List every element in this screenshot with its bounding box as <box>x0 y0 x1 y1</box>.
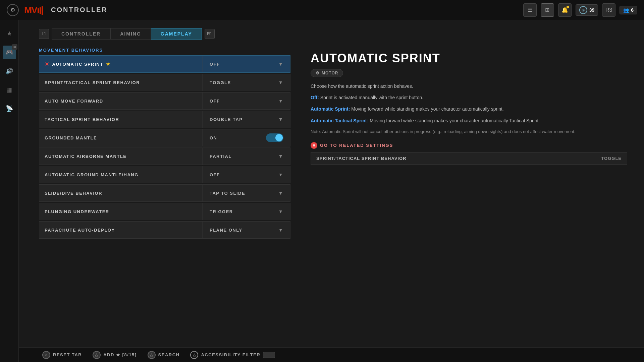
setting-row-auto-airborne[interactable]: AUTOMATIC AIRBORNE MANTLE PARTIAL ▼ <box>39 147 290 165</box>
setting-value-auto-move-forward: OFF ▼ <box>203 98 290 104</box>
content-area: MOVEMENT BEHAVIORS ✕ AUTOMATIC SPRINT ★ … <box>19 45 644 347</box>
sidebar-item-controller[interactable]: 🎮 ⊞ <box>3 46 16 59</box>
tabs-bar: L1 CONTROLLER AIMING GAMEPLAY R1 <box>19 20 644 45</box>
section-title: MOVEMENT BEHAVIORS <box>39 48 103 53</box>
related-row-name: SPRINT/TACTICAL SPRINT BEHAVIOR <box>316 156 407 161</box>
toggle-knob <box>275 134 283 141</box>
rank-badge: ◎ 39 <box>576 4 598 16</box>
setting-value-automatic-sprint: OFF ▼ <box>203 61 290 67</box>
sidebar-item-audio[interactable]: 🔊 <box>3 64 16 78</box>
setting-name-slide-dive: SLIDE/DIVE BEHAVIOR <box>39 191 203 196</box>
related-btn-icon: R <box>311 142 317 149</box>
accessibility-action[interactable]: △ ACCESSIBILITY FILTER <box>190 351 275 359</box>
add-action[interactable]: △ ADD ★ [8/15] <box>93 351 137 359</box>
tab-gameplay[interactable]: GAMEPLAY <box>151 28 202 40</box>
setting-value-sprint-tactical: TOGGLE ▼ <box>203 80 290 85</box>
notification-dot <box>567 6 569 8</box>
related-settings: R GO TO RELATED SETTINGS SPRINT/TACTICAL… <box>311 142 627 165</box>
setting-name-plunging: PLUNGING UNDERWATER <box>39 209 203 214</box>
search-btn-icon: △ <box>148 351 156 359</box>
sidebar-item-network[interactable]: 📡 <box>3 102 16 115</box>
setting-value-slide-dive: TAP TO SLIDE ▼ <box>203 190 290 196</box>
topbar-notification-icon[interactable]: 🔔 <box>558 3 572 17</box>
setting-value-auto-ground: OFF ▼ <box>203 172 290 177</box>
dropdown-arrow: ▼ <box>278 227 283 233</box>
setting-name-automatic-sprint: ✕ AUTOMATIC SPRINT ★ <box>39 61 203 67</box>
logo: MV <box>24 5 43 15</box>
related-row-value: TOGGLE <box>601 156 622 161</box>
section-header: MOVEMENT BEHAVIORS <box>39 45 290 53</box>
accessibility-btn-icon: △ <box>190 351 198 359</box>
sidebar-item-display[interactable]: ▦ <box>3 83 16 97</box>
reset-tab-action[interactable]: ○ RESET TAB <box>42 351 82 359</box>
dropdown-arrow: ▼ <box>278 209 283 214</box>
accessibility-toggle[interactable] <box>263 352 275 358</box>
dropdown-arrow: ▼ <box>278 98 283 104</box>
setting-value-auto-airborne: PARTIAL ▼ <box>203 154 290 159</box>
info-badge: ⚙ MOTOR <box>311 69 343 77</box>
setting-name-tactical-sprint: TACTICAL SPRINT BEHAVIOR <box>39 117 203 122</box>
setting-row-auto-ground[interactable]: AUTOMATIC GROUND MANTLE/HANG OFF ▼ <box>39 166 290 183</box>
info-description-auto: Automatic Sprint: Moving forward while s… <box>311 105 627 113</box>
setting-name-grounded-mantle: GROUNDED MANTLE <box>39 135 203 140</box>
setting-name-auto-airborne: AUTOMATIC AIRBORNE MANTLE <box>39 154 203 159</box>
r3-badge[interactable]: R3 <box>602 3 615 17</box>
setting-value-plunging: TRIGGER ▼ <box>203 209 290 214</box>
setting-row-grounded-mantle[interactable]: GROUNDED MANTLE ON <box>39 129 290 146</box>
tab-controller[interactable]: CONTROLLER <box>52 28 110 40</box>
toggle-switch-grounded-mantle[interactable] <box>266 133 283 142</box>
setting-row-plunging[interactable]: PLUNGING UNDERWATER TRIGGER ▼ <box>39 203 290 220</box>
setting-name-sprint-tactical: SPRINT/TACTICAL SPRINT BEHAVIOR <box>39 80 203 85</box>
topbar-right: ☰ ⊞ 🔔 ◎ 39 R3 👥 6 <box>523 3 637 17</box>
tab-aiming[interactable]: AIMING <box>110 28 151 40</box>
search-action[interactable]: △ SEARCH <box>148 351 180 359</box>
setting-value-tactical-sprint: DOUBLE TAP ▼ <box>203 117 290 122</box>
setting-name-auto-move-forward: AUTO MOVE FORWARD <box>39 99 203 104</box>
setting-row-auto-move-forward[interactable]: AUTO MOVE FORWARD OFF ▼ <box>39 92 290 110</box>
info-panel: AUTOMATIC SPRINT ⚙ MOTOR Choose how the … <box>307 45 634 347</box>
rank-number: 39 <box>589 7 595 13</box>
settings-icon[interactable]: ⚙ <box>7 4 19 16</box>
bottom-bar: ○ RESET TAB △ ADD ★ [8/15] △ SEARCH △ AC… <box>19 347 644 362</box>
setting-row-sprint-tactical[interactable]: SPRINT/TACTICAL SPRINT BEHAVIOR TOGGLE ▼ <box>39 74 290 91</box>
dropdown-arrow: ▼ <box>278 172 283 177</box>
info-description-tactical: Automatic Tactical Sprint: Moving forwar… <box>311 117 627 124</box>
dropdown-arrow: ▼ <box>278 154 283 159</box>
dropdown-arrow: ▼ <box>278 80 283 85</box>
sidebar-item-star[interactable]: ★ <box>3 27 16 40</box>
section-line <box>108 50 290 50</box>
info-title: AUTOMATIC SPRINT <box>311 52 627 65</box>
dropdown-arrow: ▼ <box>278 190 283 196</box>
setting-name-auto-ground: AUTOMATIC GROUND MANTLE/HANG <box>39 172 203 177</box>
tab-prev-button[interactable]: L1 <box>39 29 49 39</box>
settings-panel: MOVEMENT BEHAVIORS ✕ AUTOMATIC SPRINT ★ … <box>39 45 294 347</box>
tab-next-button[interactable]: R1 <box>205 29 215 39</box>
info-note: Note: Automatic Sprint will not cancel o… <box>311 128 627 135</box>
player-icon[interactable]: 👥 6 <box>620 6 637 14</box>
setting-row-slide-dive[interactable]: SLIDE/DIVE BEHAVIOR TAP TO SLIDE ▼ <box>39 184 290 202</box>
sidebar: ★ 🎮 ⊞ 🔊 ▦ 📡 <box>0 20 19 362</box>
close-icon: ✕ <box>45 61 50 67</box>
info-description-off: Off: Sprint is activated manually with t… <box>311 94 627 101</box>
setting-value-parachute: PLANE ONLY ▼ <box>203 227 290 233</box>
setting-row-tactical-sprint[interactable]: TACTICAL SPRINT BEHAVIOR DOUBLE TAP ▼ <box>39 111 290 128</box>
star-icon: ★ <box>106 61 111 67</box>
dropdown-arrow: ▼ <box>278 117 283 122</box>
topbar: ⚙ MV CONTROLLER ☰ ⊞ 🔔 ◎ 39 R3 👥 6 <box>0 0 644 20</box>
topbar-title: CONTROLLER <box>51 6 108 14</box>
setting-row-automatic-sprint[interactable]: ✕ AUTOMATIC SPRINT ★ OFF ▼ <box>39 55 290 73</box>
related-row[interactable]: SPRINT/TACTICAL SPRINT BEHAVIOR TOGGLE <box>311 152 627 165</box>
setting-row-parachute[interactable]: PARACHUTE AUTO-DEPLOY PLANE ONLY ▼ <box>39 221 290 239</box>
setting-name-parachute: PARACHUTE AUTO-DEPLOY <box>39 228 203 233</box>
topbar-menu-icon[interactable]: ☰ <box>523 3 537 17</box>
setting-value-grounded-mantle: ON <box>203 133 290 142</box>
related-header: R GO TO RELATED SETTINGS <box>311 142 627 149</box>
sidebar-sub-icon: ⊞ <box>12 44 17 50</box>
info-description-main: Choose how the automatic sprint action b… <box>311 82 627 90</box>
topbar-left: ⚙ MV CONTROLLER <box>7 4 108 16</box>
main-content: L1 CONTROLLER AIMING GAMEPLAY R1 MOVEMEN… <box>19 20 644 362</box>
topbar-grid-icon[interactable]: ⊞ <box>541 3 554 17</box>
add-btn-icon: △ <box>93 351 101 359</box>
reset-btn-icon: ○ <box>42 351 50 359</box>
rank-circle: ◎ <box>579 6 587 14</box>
